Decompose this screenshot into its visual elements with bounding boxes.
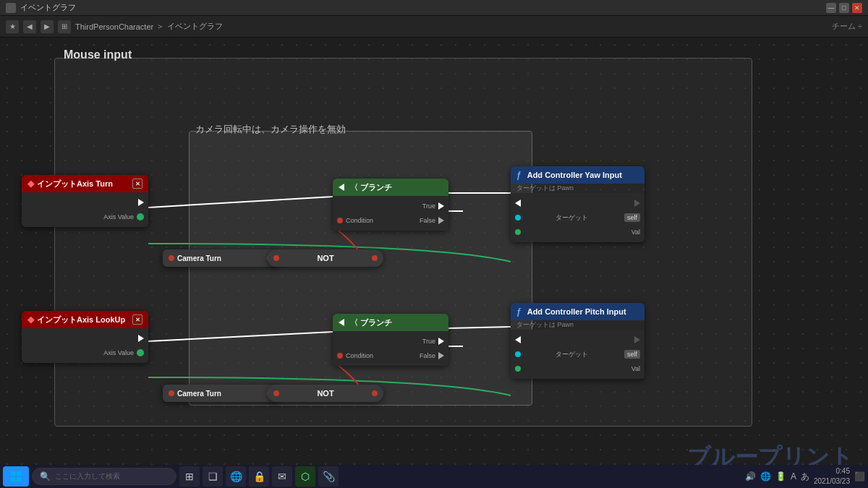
exec-out-row [22, 195, 148, 210]
pitch-val-label: Val [631, 365, 640, 372]
node-branch-top-header: 〈 ブランチ [333, 179, 448, 196]
node-yaw-header: ƒ Add Controller Yaw Input [511, 166, 644, 184]
minimize-button[interactable]: — [826, 3, 836, 13]
camera-turn-out-pin-top[interactable] [169, 255, 174, 261]
title-bar-controls: — □ ✕ [826, 3, 862, 13]
node-axis-turn-header: ◆ インプットAxis Turn ✕ [22, 175, 148, 192]
taskbar-icon-clip[interactable]: 📎 [318, 466, 339, 487]
breadcrumb: ThirdPersonCharacter ＞ イベントグラフ [75, 21, 223, 32]
taskbar-icon-search[interactable]: ⊞ [179, 466, 200, 487]
exec-out-row-lookup [22, 331, 148, 346]
branch-true-row-top: True [333, 199, 448, 213]
axis-value-row: Axis Value [22, 210, 148, 224]
branch-condition-label-bottom: Condition [346, 352, 420, 359]
node-add-controller-yaw[interactable]: ƒ Add Controller Yaw Input ターゲットは Pawn タ… [511, 166, 644, 242]
team-label: チーム ÷ [832, 21, 862, 32]
svg-rect-11 [17, 477, 21, 481]
node-camera-turn-top-header: Camera Turn [163, 249, 278, 267]
node-camera-turn-top[interactable]: Camera Turn [163, 249, 278, 267]
title-bar-text: イベントグラフ [20, 2, 826, 13]
canvas-area[interactable]: Mouse input カメラ回転中は、カメラ操作を無効 [0, 38, 868, 488]
not-bottom-out-pin[interactable] [372, 390, 378, 396]
node-branch-top[interactable]: 〈 ブランチ True Condition False [333, 179, 448, 231]
taskbar-search[interactable]: 🔍 ここに入力して検索 [32, 468, 176, 485]
axis-value-row-lookup: Axis Value [22, 346, 148, 360]
svg-rect-9 [17, 471, 21, 476]
group-box-label: Mouse input [64, 48, 132, 61]
node-not-top-header: NOT [268, 249, 383, 267]
branch-condition-row-top: Condition False [333, 213, 448, 228]
back-icon[interactable]: ◀ [23, 20, 36, 33]
node-not-top[interactable]: NOT [268, 249, 383, 267]
yaw-target-value: self [624, 213, 640, 222]
node-yaw-body: ターゲット self Val [511, 193, 644, 242]
grid-icon[interactable]: ⊞ [58, 20, 71, 33]
node-axis-turn-body: Axis Value [22, 192, 148, 227]
taskbar-icon-mail[interactable]: ✉ [272, 466, 292, 487]
branch-condition-label-top: Condition [346, 217, 420, 224]
svg-rect-8 [11, 471, 15, 476]
camera-box-label: カメラ回転中は、カメラ操作を無効 [195, 123, 346, 136]
taskbar-icon-lock[interactable]: 🔒 [249, 466, 269, 487]
yaw-val-label: Val [631, 228, 640, 236]
node-axis-lookup-title: インプットAxis LookUp [37, 314, 125, 325]
camera-turn-top-label: Camera Turn [177, 254, 221, 262]
taskbar-icon-ue[interactable]: ⬡ [295, 466, 315, 487]
branch-true-row-bottom: True [333, 334, 448, 348]
node-not-bottom-header: NOT [268, 385, 383, 402]
camera-turn-out-pin-bottom[interactable] [169, 390, 174, 396]
yaw-target-pin[interactable] [515, 215, 521, 221]
axis-value-label: Axis Value [103, 213, 134, 221]
taskbar-icon-edge[interactable]: 🌐 [226, 466, 246, 487]
nav-bar: ★ ◀ ▶ ⊞ ThirdPersonCharacter ＞ イベントグラフ チ… [0, 16, 868, 38]
node-axis-lookup-body: Axis Value [22, 328, 148, 363]
camera-turn-bottom-label: Camera Turn [177, 390, 221, 398]
node-pitch-body: ターゲット self Val [511, 330, 644, 379]
not-top-in-pin[interactable] [273, 255, 279, 261]
yaw-val-pin[interactable] [515, 229, 521, 235]
not-top-out-pin[interactable] [372, 255, 378, 261]
search-placeholder-text: ここに入力して検索 [55, 471, 120, 481]
taskbar-right: 🔊 🌐 🔋 A あ 0:45 2021/03/23 ⬛ [745, 466, 865, 487]
node-yaw-subtitle: ターゲットは Pawn [511, 184, 644, 193]
not-bottom-label: NOT [282, 389, 369, 398]
start-button[interactable] [3, 466, 29, 487]
node-branch-bottom[interactable]: 〈 ブランチ True Condition False [333, 314, 448, 366]
node-input-axis-turn[interactable]: ◆ インプットAxis Turn ✕ Axis Value [22, 175, 148, 227]
node-add-controller-pitch[interactable]: ƒ Add Controller Pitch Input ターゲットは Pawn… [511, 303, 644, 379]
taskbar-icon-task[interactable]: ❑ [203, 466, 223, 487]
app-icon [6, 3, 16, 13]
node-axis-lookup-header: ◆ インプットAxis LookUp ✕ [22, 311, 148, 328]
breadcrumb-sep: ＞ [156, 21, 164, 32]
node-input-axis-lookup[interactable]: ◆ インプットAxis LookUp ✕ Axis Value [22, 311, 148, 363]
node-camera-turn-bottom-header: Camera Turn [163, 385, 278, 402]
node-axis-turn-title: インプットAxis Turn [37, 179, 113, 189]
axis-value-pin[interactable] [137, 213, 144, 221]
branch-true-label-bottom: True [422, 338, 435, 345]
branch-true-label-top: True [422, 202, 435, 210]
forward-icon[interactable]: ▶ [41, 20, 54, 33]
not-top-label: NOT [282, 254, 369, 262]
pitch-val-pin[interactable] [515, 366, 521, 372]
svg-rect-10 [11, 477, 15, 481]
node-branch-bottom-title: 〈 ブランチ [350, 317, 392, 328]
axis-value-pin-lookup[interactable] [137, 349, 144, 356]
clock-date: 2021/03/23 [814, 476, 850, 487]
maximize-button[interactable]: □ [839, 3, 849, 13]
node-pitch-header: ƒ Add Controller Pitch Input [511, 303, 644, 320]
home-icon[interactable]: ★ [6, 20, 19, 33]
branch-condition-row-bottom: Condition False [333, 348, 448, 363]
pitch-target-pin[interactable] [515, 351, 521, 357]
breadcrumb-item-1[interactable]: ThirdPersonCharacter [75, 22, 153, 31]
breadcrumb-item-2[interactable]: イベントグラフ [167, 21, 223, 32]
node-branch-bottom-header: 〈 ブランチ [333, 314, 448, 331]
close-button[interactable]: ✕ [852, 3, 862, 13]
node-pitch-title: Add Controller Pitch Input [527, 307, 626, 316]
pitch-target-label: ターゲット [556, 350, 588, 359]
branch-cond-pin-top[interactable] [337, 218, 343, 223]
node-not-bottom[interactable]: NOT [268, 385, 383, 402]
node-camera-turn-bottom[interactable]: Camera Turn [163, 385, 278, 402]
branch-false-label-bottom: False [420, 352, 435, 359]
not-bottom-in-pin[interactable] [273, 390, 279, 396]
branch-cond-pin-bottom[interactable] [337, 353, 343, 359]
